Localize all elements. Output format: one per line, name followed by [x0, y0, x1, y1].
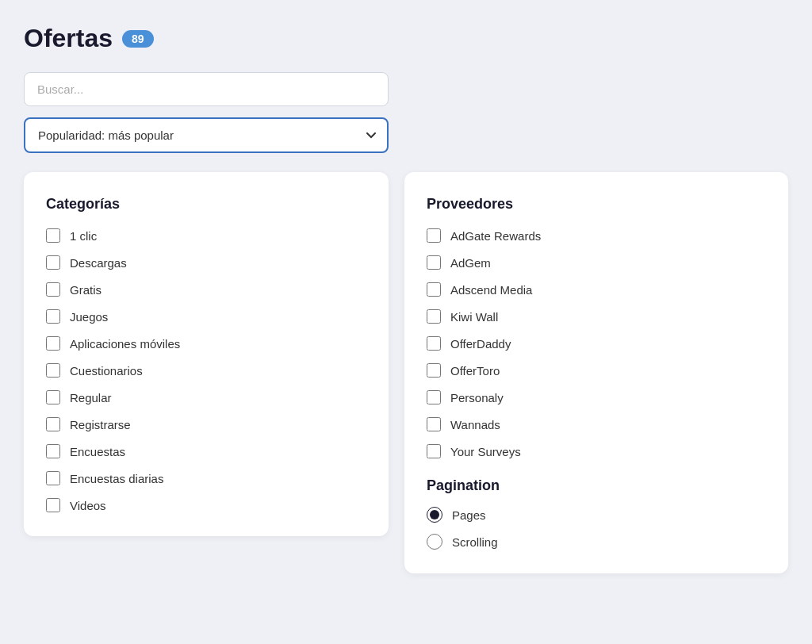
category-item[interactable]: Videos — [46, 498, 366, 512]
pagination-item[interactable]: Pages — [427, 507, 766, 523]
pagination-item[interactable]: Scrolling — [427, 534, 766, 550]
category-item[interactable]: Cuestionarios — [46, 363, 366, 378]
category-checkbox[interactable] — [46, 363, 60, 378]
category-checkbox[interactable] — [46, 336, 60, 351]
provider-label: OfferToro — [450, 364, 500, 378]
provider-label: AdGate Rewards — [450, 229, 541, 243]
pagination-label: Pages — [452, 508, 486, 522]
provider-label: Adscend Media — [450, 283, 532, 297]
category-label: Cuestionarios — [70, 364, 143, 378]
providers-title: Proveedores — [427, 196, 766, 213]
pagination-radio[interactable] — [427, 507, 442, 523]
pagination-label: Scrolling — [452, 535, 498, 549]
provider-checkbox[interactable] — [427, 363, 441, 378]
category-label: 1 clic — [70, 229, 97, 243]
category-item[interactable]: Regular — [46, 390, 366, 404]
category-label: Regular — [70, 391, 112, 404]
provider-checkbox[interactable] — [427, 309, 441, 324]
provider-checkbox[interactable] — [427, 444, 441, 458]
provider-item[interactable]: Adscend Media — [427, 282, 766, 297]
provider-item[interactable]: Your Surveys — [427, 444, 766, 458]
category-checkbox[interactable] — [46, 228, 60, 243]
categories-title: Categorías — [46, 196, 366, 213]
providers-list: AdGate RewardsAdGemAdscend MediaKiwi Wal… — [427, 228, 766, 458]
provider-item[interactable]: OfferDaddy — [427, 336, 766, 351]
provider-checkbox[interactable] — [427, 417, 441, 431]
category-item[interactable]: Gratis — [46, 282, 366, 297]
provider-item[interactable]: Kiwi Wall — [427, 309, 766, 324]
content-row: Categorías 1 clicDescargasGratisJuegosAp… — [24, 172, 788, 573]
page-header: Ofertas 89 — [24, 24, 788, 53]
category-checkbox[interactable] — [46, 390, 60, 404]
category-label: Videos — [70, 499, 106, 512]
category-item[interactable]: Juegos — [46, 309, 366, 324]
provider-item[interactable]: AdGate Rewards — [427, 228, 766, 243]
provider-checkbox[interactable] — [427, 228, 441, 243]
category-item[interactable]: Encuestas — [46, 444, 366, 458]
right-panel: Proveedores AdGate RewardsAdGemAdscend M… — [404, 172, 788, 573]
categories-list: 1 clicDescargasGratisJuegosAplicaciones … — [46, 228, 366, 512]
category-item[interactable]: 1 clic — [46, 228, 366, 243]
category-item[interactable]: Aplicaciones móviles — [46, 336, 366, 351]
category-label: Encuestas — [70, 445, 125, 458]
category-checkbox[interactable] — [46, 255, 60, 270]
category-checkbox[interactable] — [46, 471, 60, 485]
providers-card: Proveedores AdGate RewardsAdGemAdscend M… — [404, 172, 788, 573]
offers-badge: 89 — [122, 30, 154, 48]
pagination-radio[interactable] — [427, 534, 442, 550]
provider-checkbox[interactable] — [427, 255, 441, 270]
category-checkbox[interactable] — [46, 498, 60, 512]
pagination-list: PagesScrolling — [427, 507, 766, 550]
category-label: Encuestas diarias — [70, 472, 163, 485]
pagination-title: Pagination — [427, 477, 766, 494]
provider-label: OfferDaddy — [450, 337, 511, 351]
provider-item[interactable]: Wannads — [427, 417, 766, 431]
provider-label: AdGem — [450, 256, 491, 270]
provider-checkbox[interactable] — [427, 390, 441, 404]
provider-item[interactable]: AdGem — [427, 255, 766, 270]
page-title: Ofertas — [24, 24, 113, 53]
category-checkbox[interactable] — [46, 309, 60, 324]
category-label: Registrarse — [70, 418, 131, 431]
category-item[interactable]: Descargas — [46, 255, 366, 270]
categories-card: Categorías 1 clicDescargasGratisJuegosAp… — [24, 172, 389, 536]
provider-checkbox[interactable] — [427, 336, 441, 351]
provider-label: Your Surveys — [450, 445, 521, 458]
category-checkbox[interactable] — [46, 444, 60, 458]
category-item[interactable]: Encuestas diarias — [46, 471, 366, 485]
provider-label: Kiwi Wall — [450, 310, 498, 324]
provider-item[interactable]: OfferToro — [427, 363, 766, 378]
category-label: Gratis — [70, 283, 102, 297]
category-checkbox[interactable] — [46, 417, 60, 431]
search-input[interactable] — [24, 72, 389, 106]
category-label: Juegos — [70, 310, 108, 324]
provider-checkbox[interactable] — [427, 282, 441, 297]
category-label: Descargas — [70, 256, 127, 270]
provider-item[interactable]: Personaly — [427, 390, 766, 404]
provider-label: Wannads — [450, 418, 500, 431]
category-item[interactable]: Registrarse — [46, 417, 366, 431]
provider-label: Personaly — [450, 391, 504, 404]
category-checkbox[interactable] — [46, 282, 60, 297]
category-label: Aplicaciones móviles — [70, 337, 180, 351]
sort-select[interactable]: Popularidad: más popularPrecio: mayor a … — [24, 117, 389, 153]
